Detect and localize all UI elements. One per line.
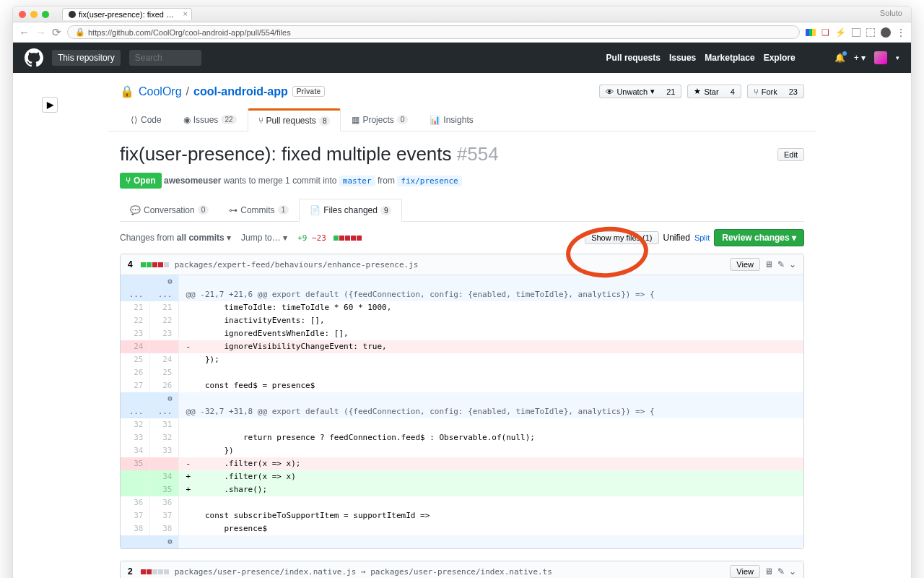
nav-pull-requests[interactable]: Pull requests <box>606 53 661 63</box>
menu-icon[interactable]: ⋮ <box>897 27 905 38</box>
project-icon: ▦ <box>352 115 359 125</box>
tab-issues[interactable]: ◉Issues22 <box>173 108 248 131</box>
code-icon: ⟨⟩ <box>131 115 138 125</box>
tab-insights[interactable]: 📊Insights <box>419 108 484 131</box>
edit-icon[interactable]: ✎ <box>777 566 785 577</box>
forward-button[interactable]: → <box>35 26 46 38</box>
lock-icon: 🔒 <box>120 85 134 98</box>
this-repository-scope[interactable]: This repository <box>52 50 121 66</box>
url-text: https://github.com/CoolOrg/cool-android-… <box>88 28 291 37</box>
review-changes-button[interactable]: Review changes ▾ <box>714 229 804 246</box>
user-icon[interactable] <box>881 27 891 38</box>
desktop-icon[interactable]: 🖥 <box>764 566 773 577</box>
split-view[interactable]: Split <box>694 233 710 242</box>
private-badge: Private <box>292 86 325 97</box>
tab-projects[interactable]: ▦Projects0 <box>341 108 419 131</box>
edit-button[interactable]: Edit <box>777 148 804 161</box>
comment-icon: 💬 <box>130 205 141 215</box>
diff-file: 4 packages/expert-feed/behaviours/enhanc… <box>120 254 804 549</box>
create-new-icon[interactable]: + ▾ <box>854 53 866 63</box>
insights-icon: 📊 <box>430 115 440 125</box>
nav-marketplace[interactable]: Marketplace <box>705 53 754 63</box>
extension-icon-2[interactable]: ❏ <box>821 27 829 38</box>
fork-button[interactable]: ⑂ Fork <box>747 85 783 98</box>
desktop-icon[interactable]: 🖥 <box>764 259 773 269</box>
changes-from-dropdown[interactable]: Changes from all commits ▾ <box>120 233 231 243</box>
expand-icon[interactable]: ⚙ <box>167 394 173 403</box>
address-bar[interactable]: 🔒 https://github.com/CoolOrg/cool-androi… <box>67 25 800 39</box>
file-path[interactable]: packages/user-presence/index.native.js →… <box>175 567 552 577</box>
pr-icon: ⑂ <box>126 176 131 186</box>
base-branch[interactable]: master <box>339 176 375 186</box>
tab-commits[interactable]: ⊶Commits1 <box>219 199 299 221</box>
browser-tab[interactable]: fix(user-presence): fixed mult… <box>62 8 192 20</box>
view-file-button[interactable]: View <box>730 565 760 578</box>
tab-files-changed[interactable]: 📄Files changed9 <box>299 199 402 222</box>
file-icon: 📄 <box>310 205 321 215</box>
reload-button[interactable]: ⟳ <box>52 26 61 39</box>
head-branch[interactable]: fix/presence <box>397 176 461 186</box>
tab-code[interactable]: ⟨⟩Code <box>120 108 173 131</box>
stars-count[interactable]: 4 <box>725 85 741 98</box>
file-path[interactable]: packages/expert-feed/behaviours/enhance-… <box>175 260 419 269</box>
watchers-count[interactable]: 21 <box>661 85 681 98</box>
window-zoom[interactable] <box>42 11 49 18</box>
tab-conversation[interactable]: 💬Conversation0 <box>120 199 219 221</box>
chevron-down-icon[interactable]: ⌄ <box>789 259 796 269</box>
star-button[interactable]: ★ Star <box>687 85 724 98</box>
chevron-down-icon[interactable]: ⌄ <box>789 566 796 577</box>
extension-box-icon[interactable] <box>852 28 860 37</box>
commit-icon: ⊶ <box>229 205 237 215</box>
issue-icon: ◉ <box>183 115 191 125</box>
repo-owner-link[interactable]: CoolOrg <box>139 85 182 98</box>
view-file-button[interactable]: View <box>730 258 760 271</box>
nav-explore[interactable]: Explore <box>764 53 796 63</box>
file-change-count: 4 <box>128 259 133 269</box>
edit-icon[interactable]: ✎ <box>777 259 785 269</box>
file-change-count: 2 <box>128 566 133 577</box>
unified-view[interactable]: Unified <box>663 233 690 243</box>
pr-icon: ⑂ <box>258 116 263 126</box>
tab-pull-requests[interactable]: ⑂Pull requests8 <box>248 108 341 131</box>
back-button[interactable]: ← <box>19 26 30 38</box>
sidebar-toggle[interactable]: ▶ <box>42 97 58 113</box>
jump-to-dropdown[interactable]: Jump to… ▾ <box>241 233 287 243</box>
hunk-header: @@ -32,7 +31,8 @@ export default ({feedC… <box>178 405 803 418</box>
search-input[interactable] <box>129 50 201 66</box>
unwatch-button[interactable]: 👁 Unwatch ▾ <box>599 85 661 98</box>
user-avatar[interactable] <box>874 51 887 64</box>
hunk-header: @@ -21,7 +21,6 @@ export default ({feedC… <box>178 288 803 301</box>
pr-author[interactable]: awesomeuser <box>164 176 221 186</box>
extension-box-icon-2[interactable] <box>866 28 875 37</box>
github-favicon <box>69 11 76 18</box>
expand-icon[interactable]: ⚙ <box>167 277 173 286</box>
notifications-icon[interactable]: 🔔 <box>834 53 845 63</box>
diff-file: 2 packages/user-presence/index.native.js… <box>120 561 804 578</box>
extension-icon[interactable] <box>806 29 816 36</box>
show-my-files-button[interactable]: Show my files (1) <box>585 231 658 244</box>
forks-count[interactable]: 23 <box>783 85 804 98</box>
window-close[interactable] <box>19 11 26 18</box>
github-logo-icon[interactable] <box>25 48 43 67</box>
pr-title: fix(user-presence): fixed multiple event… <box>120 143 499 165</box>
diffstat: +9 −23 <box>297 233 361 243</box>
repo-name-link[interactable]: cool-android-app <box>193 85 288 98</box>
extension-bolt-icon[interactable]: ⚡ <box>835 27 846 38</box>
nav-issues[interactable]: Issues <box>669 53 696 63</box>
expand-icon[interactable]: ⚙ <box>167 537 173 546</box>
profile-name: Soluto <box>880 9 902 17</box>
window-minimize[interactable] <box>30 11 38 18</box>
pr-state-badge: ⑂Open <box>120 173 162 189</box>
